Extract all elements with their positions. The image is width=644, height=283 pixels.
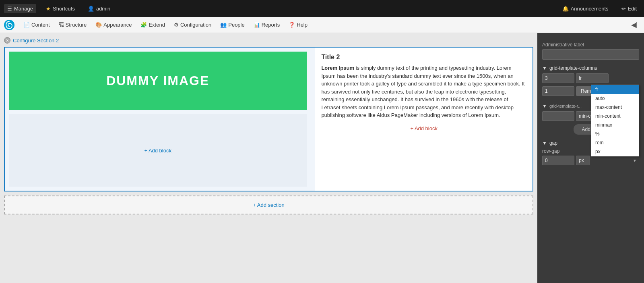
- collapse-button[interactable]: ◀|: [628, 19, 641, 30]
- config-icon: ⚙: [174, 22, 179, 28]
- row-gap-select-arrow: ▼: [633, 158, 637, 163]
- admin-label-input[interactable]: [542, 49, 639, 60]
- configure-header: ✕ Configure Section 2: [4, 37, 533, 44]
- dropdown-option-max-content[interactable]: max-content: [591, 103, 639, 112]
- grid-col2-value-input[interactable]: [542, 86, 574, 96]
- grid-columns-collapse-icon: ▼: [542, 65, 547, 71]
- dropdown-option-px[interactable]: px: [591, 147, 639, 156]
- section-body: Lorem Ipsum is simply dummy text of the …: [321, 64, 526, 119]
- nav-help[interactable]: ❓ Help: [285, 20, 312, 30]
- people-icon: 👥: [220, 22, 227, 28]
- manage-label: Manage: [14, 6, 33, 12]
- reports-icon: 📊: [254, 22, 260, 28]
- dropdown-option-rem[interactable]: rem: [591, 138, 639, 147]
- content-icon: 📄: [23, 22, 30, 28]
- panel-inner: Administrative label ▼ grid-template-col…: [537, 33, 644, 172]
- right-panel: Administrative label ▼ grid-template-col…: [537, 33, 644, 283]
- content-area: ✕ Configure Section 2 DUMMY IMAGE + Add …: [0, 33, 537, 283]
- pencil-icon: ✏: [621, 6, 626, 12]
- dropdown-option-minmax[interactable]: minmax: [591, 121, 639, 129]
- grid-columns-label: grid-template-columns: [549, 65, 597, 71]
- grid-col1-value-input[interactable]: [542, 73, 574, 83]
- star-icon: ★: [46, 6, 51, 12]
- appearance-icon: 🎨: [95, 22, 102, 28]
- add-section-link[interactable]: + Add section: [253, 202, 284, 208]
- section-container: DUMMY IMAGE + Add block Title 2 Lorem Ip…: [4, 47, 533, 191]
- help-icon: ❓: [289, 22, 295, 28]
- two-col-layout: DUMMY IMAGE + Add block Title 2 Lorem Ip…: [5, 48, 533, 191]
- manage-icon: ☰: [7, 6, 12, 12]
- announcements-button[interactable]: 🔔 Announcements: [559, 4, 612, 13]
- column-divider: [313, 48, 313, 191]
- admin-button[interactable]: 👤 admin: [85, 4, 114, 13]
- grid-col1-unit-select[interactable]: fr auto max-content min-content minmax %…: [576, 73, 609, 83]
- add-block-area-right: + Add block: [321, 119, 526, 137]
- grid-col-row1: fr auto max-content min-content minmax %…: [542, 73, 639, 83]
- grid-rows-label: grid-template-r...: [549, 104, 582, 108]
- row-gap-value-input[interactable]: [542, 156, 574, 165]
- user-icon: 👤: [88, 6, 94, 12]
- add-section-bar[interactable]: + Add section: [4, 196, 533, 214]
- gap-collapse-icon: ▼: [542, 140, 547, 146]
- dropdown-option-min-content[interactable]: min-content: [591, 112, 639, 121]
- edit-button[interactable]: ✏ Edit: [618, 4, 640, 13]
- grid-rows-collapse-icon: ▼: [542, 103, 547, 109]
- extend-icon: 🧩: [140, 22, 147, 28]
- top-bar: ☰ Manage ★ Shortcuts 👤 admin 🔔 Announcem…: [0, 0, 644, 17]
- nav-structure[interactable]: 🏗 Structure: [55, 20, 91, 30]
- help-label: Help: [297, 22, 308, 28]
- bell-icon: 🔔: [562, 6, 569, 12]
- dummy-image-text: DUMMY IMAGE: [106, 73, 209, 88]
- dropdown-option-auto[interactable]: auto: [591, 94, 639, 103]
- people-label: People: [228, 22, 244, 28]
- right-column: Title 2 Lorem Ipsum is simply dummy text…: [315, 48, 533, 191]
- edit-label: Edit: [628, 6, 637, 12]
- content-label: Content: [31, 22, 50, 28]
- manage-button[interactable]: ☰ Manage: [4, 4, 36, 13]
- extend-label: Extend: [149, 22, 165, 28]
- section-title: Title 2: [321, 54, 526, 61]
- add-block-area-left: + Add block: [9, 114, 307, 187]
- nav-configuration[interactable]: ⚙ Configuration: [170, 20, 215, 30]
- topbar-right: 🔔 Announcements ✏ Edit: [559, 4, 640, 13]
- nav-reports[interactable]: 📊 Reports: [250, 20, 284, 30]
- row-gap-unit-select[interactable]: px % rem em: [576, 156, 590, 165]
- appearance-label: Appearance: [103, 22, 132, 28]
- admin-label: admin: [96, 6, 110, 12]
- nav-extend[interactable]: 🧩 Extend: [136, 20, 169, 30]
- left-column: DUMMY IMAGE + Add block: [5, 48, 311, 191]
- main-layout: ✕ Configure Section 2 DUMMY IMAGE + Add …: [0, 33, 644, 283]
- lorem-ipsum-strong: Lorem Ipsum: [321, 65, 354, 71]
- secondary-nav: 📄 Content 🏗 Structure 🎨 Appearance 🧩 Ext…: [0, 17, 644, 33]
- grid-col1-unit-wrapper: fr auto max-content min-content minmax %…: [576, 73, 639, 83]
- dropdown-option-fr[interactable]: fr: [591, 85, 639, 94]
- gap-label: gap: [549, 140, 557, 146]
- unit-dropdown-open: fr auto max-content min-content minmax %…: [591, 85, 639, 156]
- grid-row1-value-input[interactable]: [542, 111, 574, 121]
- shortcuts-label: Shortcuts: [53, 6, 75, 12]
- row-gap-inputs: px % rem em ▼: [542, 156, 639, 165]
- nav-people[interactable]: 👥 People: [216, 20, 248, 30]
- grid-template-columns-header[interactable]: ▼ grid-template-columns: [542, 65, 639, 71]
- nav-content[interactable]: 📄 Content: [19, 20, 54, 30]
- dropdown-option-percent[interactable]: %: [591, 129, 639, 138]
- row-gap-unit-wrapper: px % rem em ▼: [576, 156, 639, 165]
- add-block-right-link[interactable]: + Add block: [410, 125, 438, 131]
- configuration-label: Configuration: [180, 22, 211, 28]
- nav-appearance[interactable]: 🎨 Appearance: [91, 20, 136, 30]
- site-logo[interactable]: [3, 19, 15, 31]
- admin-label-text: Administrative label: [542, 42, 639, 48]
- body-text: is simply dummy text of the printing and…: [321, 65, 524, 118]
- reports-label: Reports: [262, 22, 280, 28]
- structure-icon: 🏗: [59, 22, 64, 28]
- shortcuts-button[interactable]: ★ Shortcuts: [43, 4, 78, 13]
- announcements-label: Announcements: [571, 6, 609, 12]
- configure-section-link[interactable]: Configure Section 2: [13, 37, 59, 44]
- close-configure-button[interactable]: ✕: [4, 37, 10, 44]
- add-block-left-link[interactable]: + Add block: [144, 148, 171, 154]
- dummy-image: DUMMY IMAGE: [9, 52, 307, 110]
- structure-label: Structure: [66, 22, 87, 28]
